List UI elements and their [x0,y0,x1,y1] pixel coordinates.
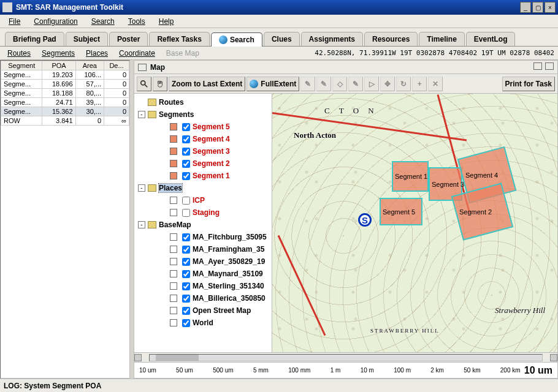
layer-checkbox[interactable] [182,270,190,278]
scale-tick: 50 um [176,367,193,374]
scale-tick: 5 mm [253,367,269,374]
menu-help[interactable]: Help [154,16,179,27]
tree-item[interactable]: MA_Sterling_351340 [136,280,270,292]
layer-checkbox[interactable] [182,197,190,205]
tree-folder-segments[interactable]: -Segments [136,108,270,121]
tab-clues[interactable]: Clues [264,32,300,46]
layer-checkbox[interactable] [182,160,190,168]
table-row[interactable]: Segme...19.203106...0 [1,70,129,80]
map-title: Map [150,63,532,72]
tabbar: Briefing Pad Subject Poster Reflex Tasks… [0,28,558,47]
layer-tree[interactable]: Routes-SegmentsSegment 5Segment 4Segment… [134,94,272,352]
layer-checkbox[interactable] [182,258,190,266]
scale-tick: 200 km [500,367,521,374]
menu-file[interactable]: File [4,16,25,27]
col-area[interactable]: Area [75,61,104,70]
sub-coordinate[interactable]: Coordinate [115,48,159,58]
statusbar: LOG: System Segment POA [0,379,558,392]
sub-basemap: Base Map [162,48,203,58]
tree-folder-basemap[interactable]: -BaseMap [136,219,270,231]
map-body: Routes-SegmentsSegment 5Segment 4Segment… [134,94,557,352]
zoom-tool[interactable] [137,77,151,91]
layer-checkbox[interactable] [182,295,190,303]
tab-eventlog[interactable]: EventLog [466,32,516,46]
map-pane: Map Zoom to Last Extent FullExtent ✎ ✎ ◇… [134,60,558,379]
menu-search[interactable]: Search [86,16,120,27]
sub-routes[interactable]: Routes [4,48,34,58]
table-row[interactable]: Segme...18.69657,...0 [1,80,129,89]
tab-assignments[interactable]: Assignments [301,32,363,46]
table-row[interactable]: Segme...24.7139,...0 [1,98,129,107]
map-canvas[interactable]: Segment 1Segment 3Segment 4Segment 2Segm… [272,94,557,352]
scroll-right-arrow[interactable] [550,354,557,361]
select-tool: ▷ [364,77,379,91]
tab-briefing-pad[interactable]: Briefing Pad [5,32,64,46]
tree-item[interactable]: MA_Billerica_350850 [136,292,270,304]
tree-item[interactable]: Segment 2 [136,157,270,170]
tab-resources[interactable]: Resources [364,32,418,46]
tree-item[interactable]: MA_Maynard_35109 [136,268,270,280]
close-button[interactable]: × [545,2,556,13]
tab-timeline[interactable]: Timeline [419,32,464,46]
layer-checkbox[interactable] [182,172,190,180]
pan-tool[interactable] [153,77,167,91]
tree-item[interactable]: MA_Fitchburg_35095 [136,231,270,243]
map-header: Map [134,61,557,74]
tree-item[interactable]: ICP [136,194,270,206]
segment-table[interactable]: Segment POA Area De... Segme...19.203106… [1,61,129,126]
subject-marker[interactable]: S [358,213,372,227]
layer-checkbox[interactable] [182,209,190,217]
col-poa[interactable]: POA [42,61,75,70]
tree-folder-routes[interactable]: Routes [136,96,270,108]
table-row[interactable]: ROW3.8410∞ [1,116,129,126]
full-extent-button[interactable]: FullExtent [247,77,299,91]
tree-folder-places[interactable]: -Places [136,182,270,194]
coordinates-readout: 42.50288N, 71.39911W 19T 0302878 4708402… [315,49,554,57]
tree-item[interactable]: Segment 1 [136,170,270,182]
sub-toolbar: Routes Segments Places Coordinate Base M… [0,47,558,60]
tree-item[interactable]: Segment 5 [136,121,270,133]
layer-checkbox[interactable] [182,233,190,241]
map-horizontal-scroll[interactable] [134,352,557,362]
tree-item[interactable]: MA_Ayer_350829_19 [136,255,270,268]
tree-item[interactable]: Open Street Map [136,304,270,317]
tab-subject[interactable]: Subject [66,32,108,46]
scale-tick: 100 m [394,367,411,374]
map-detach-icon[interactable] [533,62,542,70]
sub-places[interactable]: Places [82,48,112,58]
layer-checkbox[interactable] [182,123,190,131]
tree-item[interactable]: MA_Framingham_35 [136,243,270,255]
layer-checkbox[interactable] [182,148,190,156]
layer-checkbox[interactable] [182,135,190,143]
maximize-button[interactable]: ▢ [532,2,543,13]
zoom-last-extent-button[interactable]: Zoom to Last Extent [169,77,245,91]
tab-poster[interactable]: Poster [109,32,148,46]
table-row[interactable]: Segme...15.36230,...0 [1,107,129,116]
layer-checkbox[interactable] [182,246,190,254]
map-max-icon[interactable] [545,62,554,70]
tab-reflex-tasks[interactable]: Reflex Tasks [149,32,210,46]
scale-tick: 100 mm [288,367,310,374]
tree-item[interactable]: Staging [136,206,270,219]
minimize-button[interactable]: _ [520,2,531,13]
tab-search[interactable]: Search [211,32,262,47]
scroll-track[interactable] [149,354,543,361]
rotate-tool: ↻ [396,77,411,91]
sub-segments[interactable]: Segments [38,48,78,58]
layer-checkbox[interactable] [182,282,190,290]
menu-tools[interactable]: Tools [123,16,150,27]
segment-label: Segment 1 [395,173,427,180]
table-row[interactable]: Segme...18.18880,...0 [1,89,129,98]
layer-checkbox[interactable] [182,319,190,327]
col-de[interactable]: De... [104,61,129,70]
scroll-left-arrow[interactable] [134,354,142,361]
tree-item[interactable]: Segment 3 [136,145,270,157]
scale-tick: 1 m [331,367,341,374]
print-for-task-button[interactable]: Print for Task [502,77,555,91]
tree-item[interactable]: World [136,317,270,329]
col-segment[interactable]: Segment [1,61,42,70]
tree-item[interactable]: Segment 4 [136,133,270,145]
scroll-thumb[interactable] [156,355,199,361]
layer-checkbox[interactable] [182,307,190,315]
menu-configuration[interactable]: Configuration [29,16,82,27]
